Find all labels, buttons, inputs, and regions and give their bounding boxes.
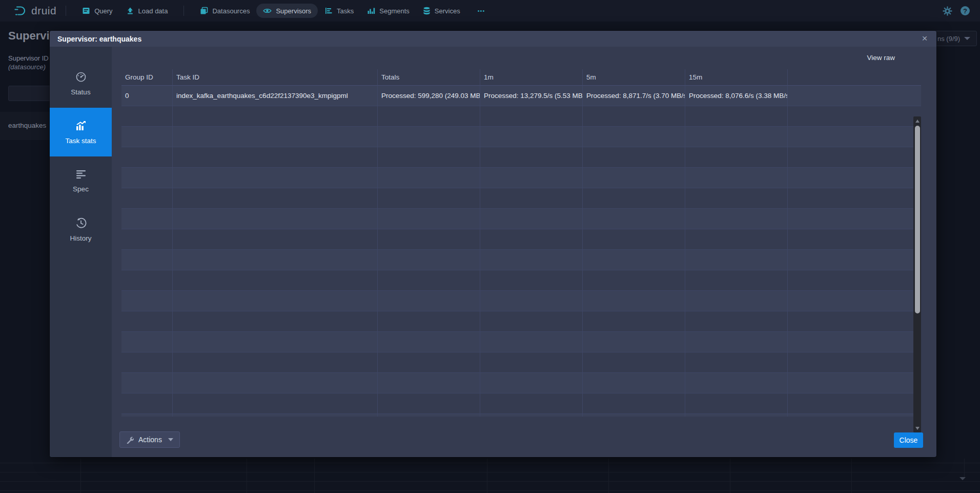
cell-empty — [583, 106, 685, 127]
empty-rows-region — [121, 106, 921, 417]
cell-empty — [480, 209, 583, 229]
column-header[interactable]: Totals — [378, 69, 480, 86]
vertical-scrollbar[interactable] — [913, 116, 921, 432]
bg-grid-line — [0, 463, 980, 463]
tab-status[interactable]: Status — [50, 59, 112, 108]
table-row[interactable]: 0 index_kafka_earthquakes_c6d22f2137390e… — [121, 86, 921, 106]
cell-empty — [121, 229, 173, 250]
druid-logo-icon — [13, 5, 27, 17]
supervisor-dialog: Supervisor: earthquakes × Status — [50, 31, 936, 457]
close-button[interactable]: Close — [894, 432, 923, 448]
cell-empty — [583, 270, 685, 291]
columns-dropdown-label: ns (9/9) — [937, 35, 960, 43]
scroll-down-arrow-icon[interactable] — [915, 427, 920, 430]
task-stats-table: Group ID Task ID Totals 1m 5m 15m 0 inde… — [121, 69, 921, 417]
cell-filler — [788, 86, 921, 106]
close-icon[interactable]: × — [918, 32, 931, 45]
nav-item-segments[interactable]: Segments — [360, 4, 416, 18]
upload-icon — [126, 7, 134, 15]
cell-empty — [583, 352, 685, 373]
datasources-icon — [200, 7, 208, 15]
scroll-up-arrow-icon[interactable] — [915, 120, 920, 123]
align-left-icon — [75, 169, 87, 182]
cell-empty — [378, 414, 480, 417]
cell-empty — [121, 106, 173, 127]
druid-logo[interactable]: druid — [13, 5, 56, 17]
nav-item-tasks[interactable]: Tasks — [318, 4, 360, 18]
cell-empty — [583, 393, 685, 414]
gear-icon[interactable] — [943, 6, 952, 16]
cell-empty — [788, 373, 921, 393]
scrollbar-thumb[interactable] — [915, 126, 920, 313]
bg-grid-line — [0, 481, 980, 482]
column-header[interactable]: 1m — [480, 69, 583, 86]
table-row-empty — [121, 270, 921, 291]
cell-empty — [121, 311, 173, 332]
history-clock-icon — [75, 218, 87, 231]
cell-empty — [583, 373, 685, 393]
cell-empty — [480, 352, 583, 373]
cell-empty — [685, 127, 788, 147]
table-row-empty — [121, 373, 921, 393]
cell-empty — [173, 352, 378, 373]
cell-empty — [121, 250, 173, 270]
cell-empty — [685, 373, 788, 393]
column-header[interactable]: Task ID — [173, 69, 378, 86]
cell-empty — [685, 106, 788, 127]
cell-empty — [121, 270, 173, 291]
supervisor-row-value: earthquakes — [8, 122, 46, 129]
tab-spec[interactable]: Spec — [50, 156, 112, 205]
cell-empty — [788, 352, 921, 373]
tab-label: Task stats — [65, 137, 96, 145]
cell-empty — [480, 147, 583, 168]
cell-empty — [788, 414, 921, 417]
tab-history[interactable]: History — [50, 205, 112, 254]
tab-task-stats[interactable]: Task stats — [50, 108, 112, 156]
cell-empty — [685, 332, 788, 352]
cell-empty — [378, 393, 480, 414]
cell-empty — [788, 209, 921, 229]
column-header[interactable]: Group ID — [121, 69, 173, 86]
cell-empty — [480, 311, 583, 332]
gauge-icon — [75, 71, 87, 85]
cell-empty — [173, 188, 378, 209]
cell-empty — [685, 147, 788, 168]
actions-button[interactable]: Actions — [119, 431, 180, 448]
cell-empty — [378, 229, 480, 250]
cell-empty — [378, 127, 480, 147]
pagination-chevron-icon[interactable] — [959, 477, 966, 480]
cell-empty — [583, 209, 685, 229]
nav-item-label: Query — [94, 7, 112, 15]
top-nav-bar: druid Query Load data Datasources — [0, 0, 980, 22]
cell-empty — [685, 393, 788, 414]
view-raw-link[interactable]: View raw — [867, 54, 895, 62]
cell-empty — [173, 311, 378, 332]
cell-empty — [173, 270, 378, 291]
nav-item-supervisors[interactable]: Supervisors — [256, 4, 318, 18]
filter-column-sublabel: (datasource) — [8, 63, 46, 71]
nav-divider — [183, 6, 184, 16]
cell-empty — [121, 127, 173, 147]
cell-empty — [173, 106, 378, 127]
column-header[interactable]: 5m — [583, 69, 685, 86]
cell-15m: Processed: 8,076.6/s (3.38 MB/s) — [685, 86, 788, 106]
cell-empty — [121, 188, 173, 209]
cell-empty — [173, 291, 378, 311]
nav-item-query[interactable]: Query — [75, 4, 119, 18]
query-icon — [82, 7, 90, 15]
nav-item-more[interactable]: ••• — [467, 5, 492, 17]
column-header[interactable]: 15m — [685, 69, 788, 86]
table-row-empty — [121, 147, 921, 168]
bg-grid-line — [851, 459, 852, 493]
cell-empty — [121, 373, 173, 393]
cell-empty — [378, 291, 480, 311]
cell-empty — [685, 311, 788, 332]
help-icon[interactable]: ? — [961, 6, 970, 15]
nav-item-services[interactable]: Services — [416, 4, 467, 18]
nav-item-datasources[interactable]: Datasources — [193, 4, 256, 18]
nav-item-load-data[interactable]: Load data — [119, 4, 175, 18]
cell-empty — [480, 270, 583, 291]
cell-empty — [583, 414, 685, 417]
wrench-icon — [126, 436, 134, 444]
filter-column-label: Supervisor ID — [8, 54, 49, 62]
